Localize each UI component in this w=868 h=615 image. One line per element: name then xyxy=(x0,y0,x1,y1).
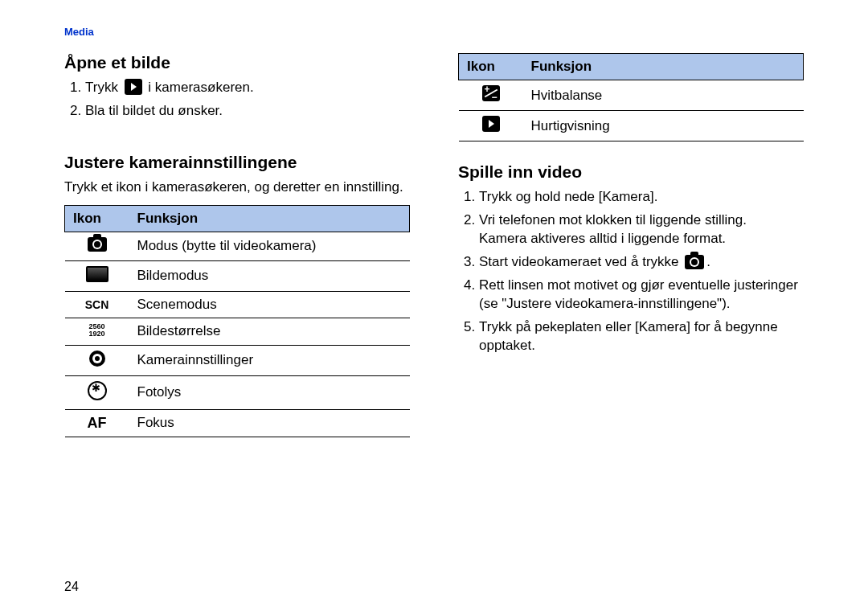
white-balance-icon xyxy=(482,85,500,101)
autofocus-icon: AF xyxy=(88,415,107,431)
table-row: AF Fokus xyxy=(65,409,410,437)
list-item: Vri telefonen mot klokken til liggende s… xyxy=(479,211,804,248)
left-column: Åpne et bilde Trykk i kamerasøkeren. Bla… xyxy=(64,26,410,437)
table-cell-label: Bildemodus xyxy=(129,260,410,291)
photo-light-icon xyxy=(88,381,107,400)
right-column: Ikon Funksjon Hvitbalanse Hurtigvisning … xyxy=(458,26,804,437)
table-row: SCN Scenemodus xyxy=(65,291,410,318)
table-row: Bildemodus xyxy=(65,260,410,291)
table-cell-label: Modus (bytte til videokamera) xyxy=(129,232,410,260)
table-cell-label: Hvitbalanse xyxy=(523,80,804,111)
table-cell-label: Kamerainnstillinger xyxy=(129,345,410,375)
section-link-media[interactable]: Media xyxy=(64,26,94,38)
adjust-settings-intro: Trykk et ikon i kamerasøkeren, og derett… xyxy=(64,178,410,197)
record-video-steps: Trykk og hold nede [Kamera]. Vri telefon… xyxy=(458,188,804,355)
table-row: Kamerainnstillinger xyxy=(65,345,410,375)
table-header-icon: Ikon xyxy=(65,205,129,232)
icon-function-table-left: Ikon Funksjon Modus (bytte til videokame… xyxy=(64,205,410,437)
quick-view-icon xyxy=(482,116,500,132)
table-header-function: Funksjon xyxy=(129,205,410,232)
heading-open-image: Åpne et bilde xyxy=(64,53,410,72)
open-image-steps: Trykk i kamerasøkeren. Bla til bildet du… xyxy=(64,79,410,121)
settings-gear-icon xyxy=(89,351,105,367)
heading-adjust-settings: Justere kamerainnstillingene xyxy=(64,153,410,172)
step-text-post: . xyxy=(706,254,710,269)
table-header-icon: Ikon xyxy=(459,54,523,80)
heading-record-video: Spille inn video xyxy=(458,162,804,182)
table-header-function: Funksjon xyxy=(523,54,804,80)
list-item: Rett linsen mot motivet og gjør eventuel… xyxy=(479,277,804,314)
icon-function-table-right: Ikon Funksjon Hvitbalanse Hurtigvisning xyxy=(458,53,804,141)
list-item: Trykk og hold nede [Kamera]. xyxy=(479,188,804,207)
page-content: Åpne et bilde Trykk i kamerasøkeren. Bla… xyxy=(0,0,868,437)
table-cell-label: Fotolys xyxy=(129,375,410,409)
step-text-pre: Trykk xyxy=(85,80,122,95)
list-item: Trykk på pekeplaten eller [Kamera] for å… xyxy=(479,318,804,355)
table-row: 25601920 Bildestørrelse xyxy=(65,318,410,345)
scene-mode-icon: SCN xyxy=(85,298,109,311)
table-cell-label: Hurtigvisning xyxy=(523,111,804,141)
camera-icon xyxy=(88,237,107,252)
camera-icon xyxy=(685,255,704,269)
play-icon xyxy=(125,79,142,95)
table-row: Modus (bytte til videokamera) xyxy=(65,232,410,260)
list-item: Trykk i kamerasøkeren. xyxy=(85,79,410,97)
image-size-icon: 25601920 xyxy=(88,323,104,338)
page-number: 24 xyxy=(64,580,79,594)
image-mode-icon xyxy=(86,266,108,282)
table-row: Fotolys xyxy=(65,375,410,409)
table-cell-label: Bildestørrelse xyxy=(129,318,410,345)
list-item: Start videokameraet ved å trykke . xyxy=(479,253,804,272)
table-cell-label: Scenemodus xyxy=(129,291,410,318)
table-row: Hurtigvisning xyxy=(459,111,804,141)
table-cell-label: Fokus xyxy=(129,409,410,437)
step-text-pre: Start videokameraet ved å trykke xyxy=(479,254,682,269)
table-row: Hvitbalanse xyxy=(459,80,804,111)
step-text-post: i kamerasøkeren. xyxy=(145,80,254,95)
list-item: Bla til bildet du ønsker. xyxy=(85,102,410,121)
